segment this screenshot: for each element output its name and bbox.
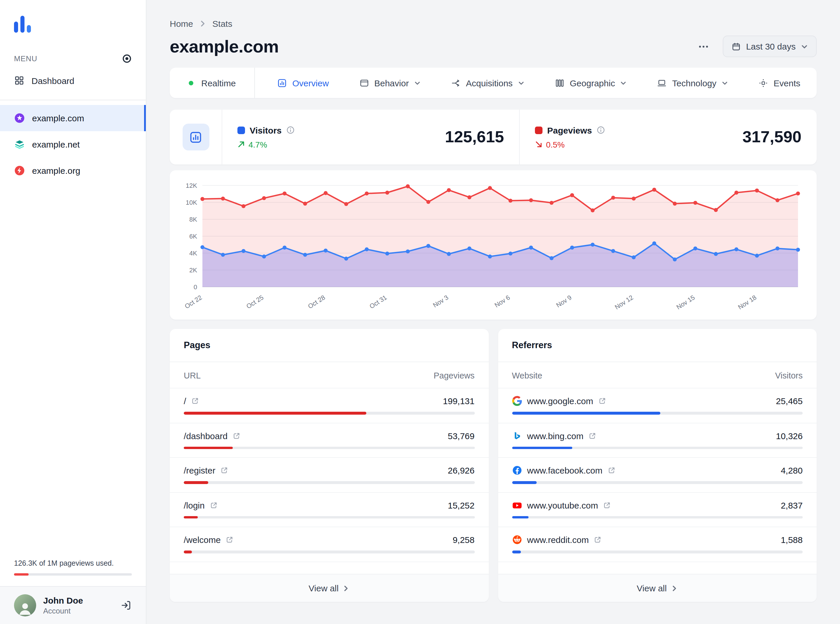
pages-rows: / 199,131 /dashboard 53,769	[170, 388, 489, 562]
page-url[interactable]: /dashboard	[184, 431, 240, 440]
tab-events[interactable]: Events	[748, 68, 811, 98]
visitors-label: Visitors	[250, 125, 282, 135]
row-bar-fill	[512, 446, 572, 449]
referrer-site[interactable]: www.youtube.com	[512, 500, 611, 510]
events-icon	[758, 78, 768, 88]
external-link-icon[interactable]	[226, 536, 234, 544]
external-link-icon[interactable]	[589, 432, 596, 439]
sidebar-spacer	[0, 184, 146, 559]
page-value: 9,258	[453, 535, 475, 545]
sidebar-item-example-org[interactable]: example.org	[0, 158, 146, 184]
page-value: 15,252	[448, 500, 475, 510]
referrer-value: 25,465	[776, 396, 803, 406]
chevron-down-icon	[518, 80, 524, 86]
date-range-button[interactable]: Last 30 days	[723, 36, 817, 57]
table-row-login: /login 15,252	[170, 493, 489, 527]
row-bar-track	[512, 446, 803, 449]
table-row-www-google-com: www.google.com 25,465	[498, 388, 817, 423]
visitors-series-swatch	[237, 126, 245, 134]
tab-overview[interactable]: Overview	[266, 68, 339, 98]
table-row-welcome: /welcome 9,258	[170, 527, 489, 562]
chevron-down-icon	[801, 43, 808, 50]
geographic-icon	[555, 78, 565, 88]
theme-toggle-icon[interactable]	[122, 54, 132, 63]
referrer-site[interactable]: www.reddit.com	[512, 535, 602, 545]
breadcrumb-home[interactable]: Home	[170, 19, 193, 29]
stats-icon-cell	[170, 110, 222, 164]
site-com-favicon	[14, 113, 25, 124]
page-url[interactable]: /welcome	[184, 535, 234, 545]
pages-panel: Pages URL Pageviews / 199,131 /dashboar	[170, 329, 489, 602]
view-all-label: View all	[637, 583, 667, 593]
page-url[interactable]: /register	[184, 465, 228, 475]
referrer-site[interactable]: www.google.com	[512, 396, 606, 406]
chart-badge-icon	[182, 124, 209, 150]
page-value: 53,769	[448, 431, 475, 440]
column-pageviews: Pageviews	[434, 371, 475, 380]
referrer-site[interactable]: www.facebook.com	[512, 465, 615, 475]
external-link-icon[interactable]	[594, 536, 602, 544]
external-link-icon[interactable]	[210, 501, 218, 509]
external-link-icon[interactable]	[608, 466, 615, 474]
row-bar-fill	[184, 516, 198, 519]
page-url-label: /register	[184, 465, 215, 475]
external-link-icon[interactable]	[599, 397, 606, 405]
tab-acquisitions[interactable]: Acquisitions	[441, 68, 535, 98]
account-panel[interactable]: John Doe Account	[0, 586, 146, 624]
section-tabs: Realtime Overview Behavior Acquisitions …	[170, 68, 817, 98]
detail-panels: Pages URL Pageviews / 199,131 /dashboar	[170, 329, 817, 602]
tab-geographic[interactable]: Geographic	[544, 68, 637, 98]
svg-text:8K: 8K	[189, 216, 197, 223]
breadcrumb: Home Stats	[170, 19, 817, 29]
visitors-stat: Visitors 4.7% 125,615	[222, 110, 519, 164]
usage-meter: 126.3K of 1M pageviews used.	[0, 559, 146, 586]
svg-text:10K: 10K	[186, 199, 197, 206]
row-bar-track	[184, 516, 475, 519]
referrer-label: www.youtube.com	[527, 500, 598, 510]
page-url[interactable]: /login	[184, 500, 218, 510]
pages-view-all-button[interactable]: View all	[170, 574, 489, 602]
referrer-value: 2,837	[781, 500, 803, 510]
visitors-trend: 4.7%	[237, 140, 295, 149]
column-website: Website	[512, 371, 542, 380]
referrer-value: 10,326	[776, 431, 803, 440]
menu-label: MENU	[14, 54, 37, 63]
reddit-favicon	[512, 535, 522, 545]
svg-text:Nov 9: Nov 9	[555, 293, 573, 309]
tab-realtime[interactable]: Realtime	[176, 68, 255, 98]
tab-technology[interactable]: Technology	[647, 68, 739, 98]
page-url[interactable]: /	[184, 396, 199, 406]
page-url-label: /	[184, 396, 186, 406]
sidebar-item-example-com[interactable]: example.com	[0, 105, 146, 131]
referrers-column-headers: Website Visitors	[498, 362, 817, 388]
external-link-icon[interactable]	[221, 466, 228, 474]
info-icon[interactable]	[596, 126, 605, 134]
referrers-panel: Referrers Website Visitors www.google.co…	[498, 329, 817, 602]
sidebar-item-example-net[interactable]: example.net	[0, 131, 146, 158]
tab-behavior[interactable]: Behavior	[348, 68, 431, 98]
title-row: example.com Last 30 days	[170, 36, 817, 57]
sidebar-item-dashboard[interactable]: Dashboard	[0, 68, 146, 93]
row-bar-track	[184, 550, 475, 553]
logout-icon[interactable]	[120, 599, 132, 611]
external-link-icon[interactable]	[603, 501, 611, 509]
info-icon[interactable]	[286, 126, 295, 134]
more-options-button[interactable]	[695, 38, 712, 55]
main-content: Home Stats example.com Last 30 days	[146, 0, 840, 624]
tab-label: Behavior	[374, 78, 408, 88]
referrers-view-all-button[interactable]: View all	[498, 574, 817, 602]
traffic-chart: 02K4K6K8K10K12KOct 22Oct 25Oct 28Oct 31N…	[176, 178, 806, 318]
svg-text:Oct 28: Oct 28	[306, 293, 326, 310]
external-link-icon[interactable]	[191, 397, 199, 405]
traffic-chart-card: 02K4K6K8K10K12KOct 22Oct 25Oct 28Oct 31N…	[170, 170, 817, 320]
external-link-icon[interactable]	[233, 432, 240, 439]
pageviews-label: Pageviews	[547, 125, 592, 135]
referrer-site[interactable]: www.bing.com	[512, 431, 596, 440]
row-bar-track	[184, 446, 475, 449]
title-actions: Last 30 days	[695, 36, 817, 57]
user-role: Account	[43, 607, 83, 615]
pageviews-change: 0.5%	[546, 140, 565, 149]
pageviews-trend: 0.5%	[535, 140, 605, 149]
pageviews-stat: Pageviews 0.5% 317,590	[519, 110, 817, 164]
realtime-dot-icon	[186, 78, 196, 88]
